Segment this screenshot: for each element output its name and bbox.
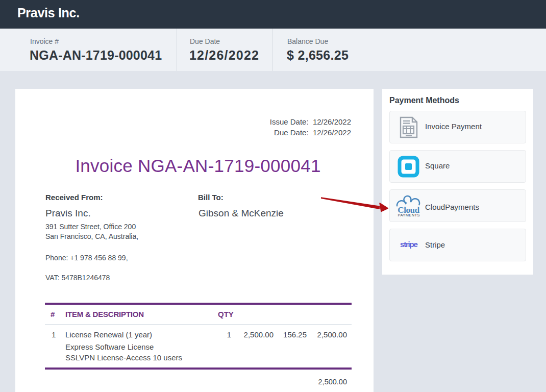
svg-text:PAYMENTS: PAYMENTS — [398, 213, 420, 217]
